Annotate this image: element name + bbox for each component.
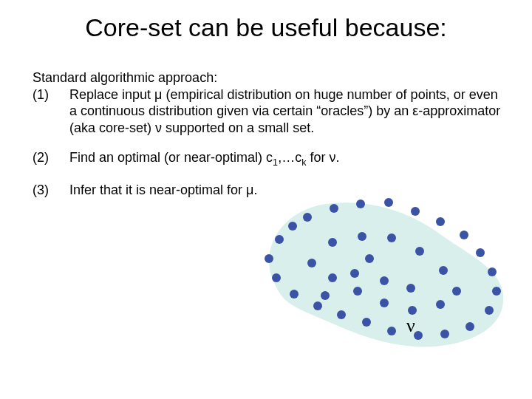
dot	[313, 301, 322, 310]
item-2-num: (2)	[33, 149, 69, 166]
slide-title: Core-set can be useful because:	[0, 13, 532, 42]
dot	[411, 207, 420, 216]
dot	[275, 235, 284, 244]
dot	[436, 300, 445, 309]
dot	[328, 238, 337, 247]
dot	[387, 327, 396, 335]
dot	[485, 306, 494, 315]
item-2-text: Find an optimal (or near-optimal) c1,…ck…	[69, 149, 505, 168]
dot	[288, 222, 297, 231]
dot	[265, 254, 273, 263]
dot	[492, 287, 501, 296]
dot	[303, 213, 312, 222]
dot	[380, 299, 389, 307]
dot	[362, 318, 371, 327]
coreset-illustration	[222, 170, 517, 377]
dot	[415, 247, 424, 256]
dot	[440, 330, 449, 338]
item-2: (2) Find an optimal (or near-optimal) c1…	[33, 149, 505, 168]
dot	[406, 284, 415, 293]
dot	[350, 269, 359, 278]
dot	[290, 290, 299, 299]
dot	[330, 204, 338, 213]
dot	[488, 267, 497, 276]
dot	[436, 217, 445, 226]
dot	[466, 322, 474, 331]
dot	[272, 273, 281, 282]
item-3-num: (3)	[33, 182, 69, 199]
dot	[387, 233, 396, 242]
intro-line: Standard algorithmic approach:	[33, 69, 505, 86]
dot	[380, 276, 389, 285]
dot	[384, 198, 393, 207]
item-1: (1) Replace input μ (empirical distribut…	[33, 86, 505, 137]
dot	[356, 200, 365, 208]
item-1-text: Replace input μ (empirical distribution …	[69, 86, 505, 137]
dot	[353, 287, 362, 296]
dot	[408, 306, 417, 315]
dot	[476, 248, 485, 257]
dot	[452, 287, 461, 296]
dot	[328, 273, 337, 282]
dot	[337, 310, 346, 319]
dot	[321, 291, 330, 300]
item-1-num: (1)	[33, 86, 69, 103]
dot	[439, 266, 448, 275]
dot	[307, 259, 316, 267]
dot	[460, 231, 468, 239]
nu-label: ν	[406, 315, 415, 337]
dot	[358, 232, 366, 241]
dot	[365, 254, 374, 263]
